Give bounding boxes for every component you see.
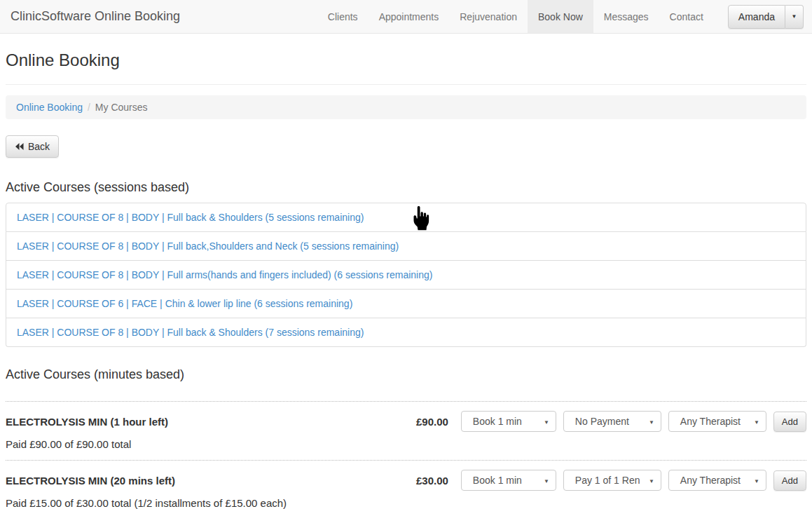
course-list-item[interactable]: LASER | COURSE OF 6 | FACE | Chin & lowe…	[6, 290, 806, 318]
payment-select[interactable]: Pay 1 of 1 Ren ▼	[563, 470, 661, 491]
nav-item-rejuvenation[interactable]: Rejuvenation	[449, 0, 528, 33]
select-caret-icon: ▼	[649, 478, 654, 484]
select-caret-icon: ▼	[754, 419, 759, 426]
backward-icon	[15, 142, 24, 151]
nav-item-appointments[interactable]: Appointments	[369, 0, 450, 33]
course-name: ELECTROLYSIS MIN (1 hour left)	[6, 416, 416, 428]
minute-course-row: ELECTROLYSIS MIN (1 hour left) £90.00 Bo…	[6, 401, 806, 460]
course-name: ELECTROLYSIS MIN (20 mins left)	[6, 475, 416, 487]
book-duration-select[interactable]: Book 1 min ▼	[461, 470, 556, 491]
therapist-value: Any Therapist	[680, 416, 741, 427]
sessions-section-heading: Active Courses (sessions based)	[6, 180, 806, 195]
course-list-item[interactable]: LASER | COURSE OF 8 | BODY | Full back &…	[6, 203, 806, 232]
title-divider	[6, 84, 806, 85]
course-link[interactable]: LASER | COURSE OF 8 | BODY | Full back &…	[17, 327, 364, 338]
course-link[interactable]: LASER | COURSE OF 8 | BODY | Full arms(h…	[17, 269, 432, 280]
user-button-group: Amanda ▼	[728, 0, 806, 33]
brand-title[interactable]: ClinicSoftware Online Booking	[6, 0, 185, 33]
nav-item-contact[interactable]: Contact	[659, 0, 714, 33]
therapist-value: Any Therapist	[680, 475, 741, 486]
course-link[interactable]: LASER | COURSE OF 8 | BODY | Full back &…	[17, 212, 364, 223]
minute-course-row: ELECTROLYSIS MIN (20 mins left) £30.00 B…	[6, 460, 806, 509]
caret-down-icon: ▼	[792, 13, 797, 20]
book-duration-value: Book 1 min	[473, 475, 522, 486]
book-duration-select[interactable]: Book 1 min ▼	[461, 411, 556, 432]
breadcrumb-current: My Courses	[95, 102, 148, 113]
user-button[interactable]: Amanda	[728, 5, 785, 29]
course-price: £30.00	[416, 475, 448, 487]
payment-value: Pay 1 of 1 Ren	[575, 475, 640, 486]
nav-item-book-now[interactable]: Book Now	[528, 0, 593, 33]
navbar-spacer	[185, 0, 317, 33]
back-button-label: Back	[28, 141, 50, 152]
paid-status: Paid £15.00 of £30.00 total (1/2 install…	[6, 497, 806, 509]
page-title: Online Booking	[6, 50, 806, 70]
nav-items: Clients Appointments Rejuvenation Book N…	[317, 0, 714, 33]
breadcrumb: Online Booking / My Courses	[6, 95, 806, 119]
payment-select[interactable]: No Payment ▼	[563, 411, 661, 432]
minutes-section-heading: Active Courses (minutes based)	[6, 367, 806, 382]
therapist-select[interactable]: Any Therapist ▼	[668, 411, 766, 432]
select-caret-icon: ▼	[544, 478, 549, 484]
add-button[interactable]: Add	[773, 412, 806, 432]
course-price: £90.00	[416, 416, 448, 428]
therapist-select[interactable]: Any Therapist ▼	[668, 470, 766, 491]
select-caret-icon: ▼	[649, 419, 654, 426]
breadcrumb-link-online-booking[interactable]: Online Booking	[16, 102, 83, 113]
user-dropdown-caret[interactable]: ▼	[785, 5, 804, 29]
breadcrumb-separator: /	[83, 102, 95, 113]
course-list-item[interactable]: LASER | COURSE OF 8 | BODY | Full back &…	[6, 318, 806, 347]
paid-status: Paid £90.00 of £90.00 total	[6, 438, 806, 450]
course-list-item[interactable]: LASER | COURSE OF 8 | BODY | Full back,S…	[6, 232, 806, 261]
sessions-course-list: LASER | COURSE OF 8 | BODY | Full back &…	[6, 203, 806, 347]
minutes-course-list: ELECTROLYSIS MIN (1 hour left) £90.00 Bo…	[6, 401, 806, 509]
back-button[interactable]: Back	[6, 135, 59, 158]
add-button[interactable]: Add	[773, 470, 806, 491]
nav-item-clients[interactable]: Clients	[317, 0, 369, 33]
select-caret-icon: ▼	[544, 419, 549, 426]
course-link[interactable]: LASER | COURSE OF 6 | FACE | Chin & lowe…	[17, 298, 352, 309]
nav-item-messages[interactable]: Messages	[593, 0, 659, 33]
course-link[interactable]: LASER | COURSE OF 8 | BODY | Full back,S…	[17, 240, 399, 252]
course-list-item[interactable]: LASER | COURSE OF 8 | BODY | Full arms(h…	[6, 261, 806, 290]
payment-value: No Payment	[575, 416, 629, 427]
select-caret-icon: ▼	[754, 478, 759, 484]
book-duration-value: Book 1 min	[473, 416, 522, 427]
top-navbar: ClinicSoftware Online Booking Clients Ap…	[0, 0, 812, 34]
